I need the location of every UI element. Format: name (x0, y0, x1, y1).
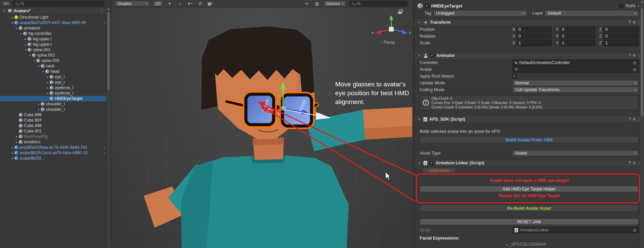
scroll-up-icon[interactable]: ▲ (107, 7, 111, 11)
foldout-icon[interactable]: ▾ (41, 70, 45, 73)
foldout-icon[interactable]: ▸ (10, 16, 15, 19)
tree-item[interactable]: Cube.897 (0, 118, 111, 123)
foldout-icon[interactable]: ▾ (10, 21, 15, 24)
reset-jaw-button[interactable]: RESET JAW (420, 219, 639, 225)
foldout-icon[interactable]: ▸ (10, 146, 15, 149)
foldout-icon[interactable]: ▾ (417, 21, 421, 24)
foldout-icon[interactable]: ▾ (37, 65, 41, 68)
help-icon[interactable]: ? (628, 161, 631, 165)
foldout-icon[interactable]: ▸ (23, 38, 28, 41)
specglossmap-foldout[interactable]: ▸ _SPECGLOSSMAP (414, 242, 644, 247)
tree-item[interactable]: ▾neck (0, 63, 111, 69)
foldout-icon[interactable]: ▾ (417, 118, 421, 121)
asset-type-dropdown[interactable]: Avatar ▾ (512, 150, 639, 156)
prefab-chevron-icon[interactable]: › (104, 145, 105, 149)
presets-icon[interactable]: ≡ (633, 20, 635, 25)
tree-item[interactable]: ▸emotions (0, 139, 111, 145)
scene-search[interactable] (349, 1, 408, 6)
active-checkbox[interactable]: ✓ (425, 4, 429, 8)
hierarchy-search-input[interactable] (20, 1, 101, 6)
tree-item[interactable]: ▾spine.002 (0, 53, 111, 58)
scene-search-input[interactable] (356, 1, 405, 6)
tree-item[interactable]: ▸Directional Light (0, 15, 111, 20)
foldout-icon[interactable]: ▸ (45, 92, 50, 95)
hierarchy-search[interactable] (13, 1, 105, 6)
audio-toggle-icon[interactable]: ♪ (176, 1, 183, 6)
build-avatar-button[interactable]: Build Avatar From .FBX (420, 137, 639, 143)
foldout-icon[interactable]: ▸ (15, 141, 19, 144)
foldout-icon[interactable]: ▸ (10, 151, 15, 154)
lock-icon[interactable] (398, 9, 402, 14)
prefab-chevron-icon[interactable]: › (104, 151, 105, 155)
create-object-button[interactable]: + ▾ (2, 1, 10, 6)
scene-canvas[interactable]: y x z ‹ Persp Move glasses to avatar's e… (111, 7, 412, 248)
tree-item[interactable]: ▸avatar$b25f... (0, 156, 111, 161)
gizmos-dropdown[interactable]: Gizmos ▾ (323, 1, 346, 6)
more-icon[interactable]: ⋮ (100, 8, 104, 13)
presets-icon[interactable]: ≡ (633, 117, 635, 122)
scale-z-field[interactable]: 1 (603, 40, 639, 46)
tree-item[interactable]: ▸shoulder_r (0, 107, 111, 112)
position-x-field[interactable]: 0 (516, 27, 552, 33)
presets-icon[interactable]: ≡ (633, 161, 635, 165)
foldout-icon[interactable]: ▸ (15, 135, 19, 138)
scene-visibility-icon[interactable]: ∅ (196, 1, 204, 6)
scroll-up-icon[interactable]: ▲ (640, 0, 644, 3)
overlays-icon[interactable]: ▤ (313, 1, 321, 6)
foldout-icon[interactable]: ▾ (15, 27, 19, 30)
tree-item[interactable]: ▸eye_r (0, 80, 111, 85)
2d-toggle[interactable]: 2D (153, 1, 163, 6)
tool-settings-icon[interactable]: ✂ (303, 1, 310, 6)
foldout-icon[interactable]: ▸ (37, 103, 41, 106)
foldout-icon[interactable]: ▸ (45, 76, 50, 79)
tree-item[interactable]: Cube.901 (0, 128, 111, 134)
foldout-icon[interactable]: ▾ (23, 48, 28, 51)
tree-item[interactable]: ▾spine.001 (0, 47, 111, 53)
scale-y-field[interactable]: 1 (560, 40, 595, 46)
transform-component-header[interactable]: ▾ Transform ? ≡ ⋮ (414, 19, 644, 26)
update-mode-dropdown[interactable]: Normal ▾ (512, 80, 639, 86)
object-picker-icon[interactable]: ⊙ (633, 60, 637, 65)
tree-item[interactable]: ▸eye_l (0, 74, 111, 80)
scene-header-row[interactable]: ▾ Avatars* ⋮ (0, 7, 111, 14)
prefab-chevron-icon[interactable]: › (104, 21, 105, 25)
tree-item[interactable]: ▾spine.003 (0, 58, 111, 63)
foldout-icon[interactable]: ▸ (37, 108, 41, 111)
lighting-toggle-icon[interactable]: ☀ (166, 1, 173, 6)
tree-item-selected[interactable]: HMDEyeTarget (0, 96, 111, 101)
rebuild-avatar-button[interactable]: Re-Build Avatar Asset (420, 205, 639, 212)
animator-component-header[interactable]: ▾ ✓ Animator ? ≡ ⋮ (414, 52, 644, 59)
foldout-icon[interactable]: ▸ (23, 43, 28, 46)
avatar-character[interactable] (111, 7, 412, 248)
orientation-gizmo[interactable]: y x z (370, 14, 412, 39)
hierarchy-scrollbar[interactable]: ▲ (106, 7, 111, 248)
rotation-z-field[interactable]: 0 (603, 34, 639, 39)
shading-mode-dropdown[interactable]: Shaded ▾ (115, 1, 150, 6)
armature-linker-enabled-checkbox[interactable]: ✓ (429, 161, 434, 165)
rotation-x-field[interactable]: 0 (516, 34, 552, 39)
tree-item[interactable]: Cube.896 (0, 112, 111, 118)
foldout-icon[interactable]: ▾ (19, 32, 23, 35)
tag-dropdown[interactable]: Untagged ▾ (433, 10, 527, 16)
position-z-field[interactable]: 0 (603, 27, 639, 33)
tree-item[interactable]: ▾head (0, 69, 111, 74)
rotation-y-field[interactable]: 0 (560, 34, 595, 39)
tree-item[interactable]: ▸avatar$b19c2ac4-aa7b-4dce-b990-15› (0, 150, 111, 156)
aps-sdk-component-header[interactable]: ▾ # APS_SDK (Script) ? ≡ ⋮ (414, 116, 644, 123)
add-hmd-eye-target-button[interactable]: Add HMD Eye Target Helper (420, 186, 639, 192)
foldout-icon[interactable]: ▸ (10, 157, 15, 160)
foldout-icon[interactable]: ▾ (417, 54, 421, 57)
grid-settings-icon[interactable]: ▦▾ (206, 1, 214, 6)
tree-item[interactable]: ▸eyebrow_r (0, 90, 111, 96)
scrollbar-thumb[interactable] (107, 12, 110, 90)
object-picker-icon[interactable]: ⊙ (633, 67, 637, 72)
foldout-icon[interactable]: ▸ (45, 86, 50, 89)
foldout-icon[interactable]: ▾ (28, 54, 32, 57)
presets-icon[interactable]: ≡ (633, 53, 635, 58)
foldout-icon[interactable]: ▸ (45, 81, 50, 84)
tree-item[interactable]: ▸RestPoseRig (0, 134, 111, 139)
gameobject-name[interactable]: HMDEyeTarget (431, 3, 462, 8)
help-icon[interactable]: ? (628, 53, 631, 58)
culling-mode-dropdown[interactable]: Cull Update Transforms ▾ (512, 87, 639, 93)
layer-dropdown[interactable]: Default ▾ (545, 10, 639, 16)
